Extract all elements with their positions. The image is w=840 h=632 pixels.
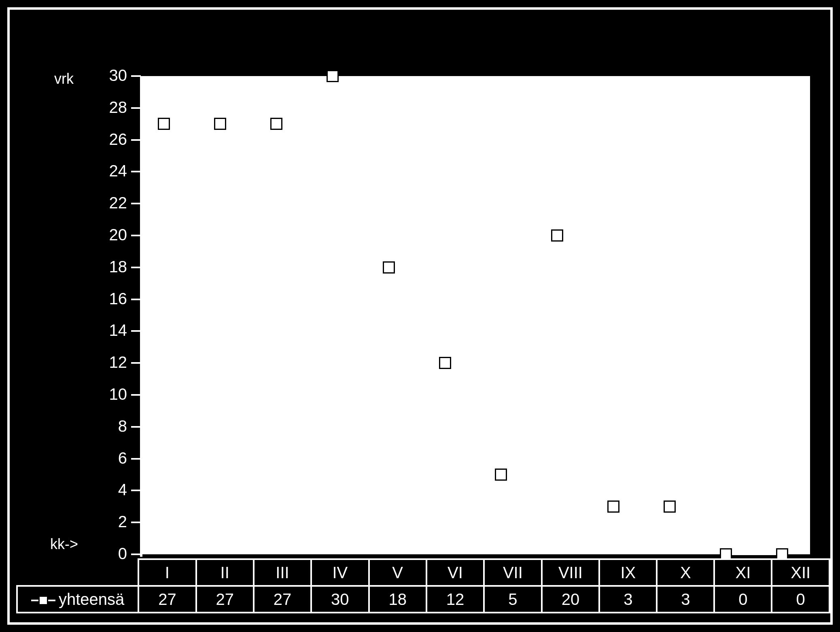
category-cell: IV [311,559,369,586]
ytick-value: 14 [95,321,127,339]
ytick-value: 4 [95,481,127,499]
ytick-value: 8 [95,417,127,435]
category-cell: VII [484,559,541,586]
category-cell: VI [426,559,484,586]
plot-area [142,76,810,554]
ytick-mark [131,458,141,460]
ytick-value: 12 [95,353,127,371]
data-marker [495,469,507,481]
ytick-mark [131,139,141,141]
series-segment [613,506,670,507]
ytick-value: 22 [95,194,127,212]
category-cell: III [254,559,311,586]
ytick-mark [131,235,141,236]
ytick-value: 26 [95,130,127,148]
data-marker [383,261,395,274]
ytick-value: 28 [95,98,127,117]
data-marker [327,70,339,82]
ytick-mark [131,299,141,300]
category-cell: VIII [542,559,600,586]
value-cell: 3 [599,586,657,613]
ytick-value: 20 [95,226,127,244]
data-marker [270,118,282,130]
value-cell: 5 [484,586,541,613]
value-cell: 12 [426,586,484,613]
ytick-mark [131,490,141,491]
x-axis-label: kk-> [50,536,78,553]
series-segment [726,554,782,555]
value-cell: 0 [714,586,772,613]
value-cell: 0 [772,586,829,613]
value-cell: 30 [311,586,369,613]
ytick-mark [131,522,141,523]
ytick-value: 16 [95,290,127,308]
value-cell: 27 [196,586,254,613]
data-marker [214,118,226,130]
ytick-value: 18 [95,258,127,276]
category-cell: IX [599,559,657,586]
legend-cell: yhteensä [17,586,138,613]
legend-marker-icon [31,600,55,601]
series-segment [164,123,220,125]
data-marker [551,229,563,242]
ytick-mark [131,394,141,396]
value-cell: 27 [138,586,196,613]
data-marker [158,118,170,130]
ytick-value: 24 [95,162,127,180]
value-cell: 3 [657,586,714,613]
category-cell: I [138,559,196,586]
ytick-mark [131,362,141,364]
ytick-value: 10 [95,385,127,403]
data-marker [439,357,451,369]
ytick-mark [131,267,141,268]
category-cell: V [369,559,426,586]
spacer [17,559,138,586]
category-cell: XII [772,559,829,586]
data-marker [664,501,676,513]
chart-frame: vrk kk-> 024681012141618202224262830 III… [0,0,840,632]
ytick-mark [131,554,141,555]
ytick-mark [131,203,141,204]
series-segment [220,123,276,125]
category-cell: XI [714,559,772,586]
category-cell: II [196,559,254,586]
y-axis-label: vrk [54,70,74,87]
data-marker [607,501,619,513]
ytick-mark [131,75,141,77]
ytick-value: 2 [95,513,127,531]
ytick-mark [131,426,141,428]
value-cell: 20 [542,586,600,613]
value-cell: 18 [369,586,426,613]
ytick-mark [131,330,141,332]
data-table: IIIIIIIVVVIVIIVIIIIXXXIXIIyhteensä272727… [16,558,830,613]
ytick-mark [131,171,141,172]
ytick-value: 30 [95,66,127,85]
ytick-mark [131,107,141,109]
value-cell: 27 [254,586,311,613]
legend-label: yhteensä [59,590,124,608]
ytick-value: 6 [95,449,127,467]
category-cell: X [657,559,714,586]
chart-inner: vrk kk-> 024681012141618202224262830 III… [7,7,833,625]
